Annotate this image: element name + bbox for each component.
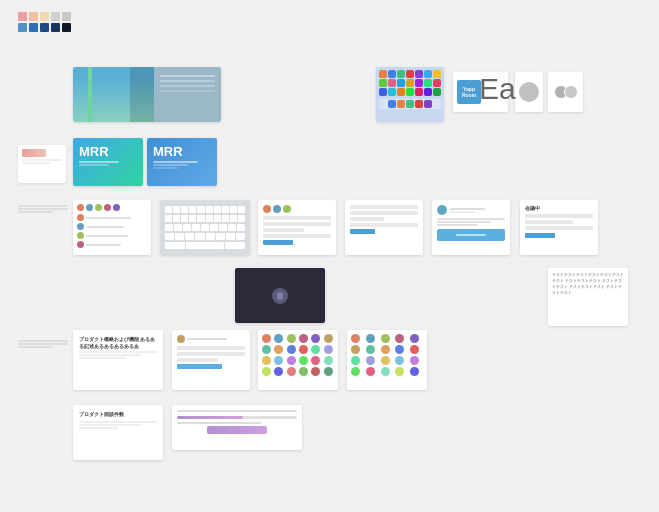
app-icon <box>397 88 405 96</box>
av <box>410 367 419 376</box>
person-info <box>450 208 505 213</box>
key-row-1 <box>165 206 244 213</box>
key <box>197 215 204 222</box>
dock-icon <box>397 100 405 108</box>
key-enter <box>225 242 245 249</box>
app-icon <box>379 88 387 96</box>
canvas: Yapp Room Ea MRR MRR <box>0 0 659 512</box>
app-icon <box>433 70 441 78</box>
key <box>195 233 204 240</box>
av-grid <box>287 356 296 365</box>
app-icon <box>433 88 441 96</box>
av-row <box>77 214 84 221</box>
key <box>238 206 245 213</box>
swatch-blue1 <box>18 23 27 32</box>
key <box>210 224 218 231</box>
field <box>350 217 384 221</box>
avatar-group <box>554 85 578 99</box>
field <box>525 220 573 224</box>
swatch-peach <box>29 12 38 21</box>
field <box>350 211 418 215</box>
accent-bar <box>88 67 92 122</box>
av <box>381 334 390 343</box>
av <box>351 345 360 354</box>
swatch-gray2 <box>62 12 71 21</box>
field <box>350 205 418 209</box>
key <box>189 215 196 222</box>
av-grid <box>274 334 283 343</box>
blog-card-1: プロダクト概略および機能 あるある記述あるあるあるあるあ <box>73 330 163 390</box>
key <box>201 224 209 231</box>
submit-btn[interactable] <box>263 240 293 245</box>
btn[interactable] <box>350 229 375 234</box>
av-grid <box>287 345 296 354</box>
dock-icon <box>388 100 396 108</box>
mrr-meta-2 <box>153 161 211 169</box>
line1 <box>160 75 215 77</box>
app-icon <box>397 79 405 87</box>
av <box>395 334 404 343</box>
av-grid <box>299 334 308 343</box>
join-btn[interactable] <box>525 233 555 238</box>
mrr-card-1: MRR <box>73 138 143 186</box>
av-grid <box>262 367 271 376</box>
field <box>177 352 245 356</box>
key <box>238 215 245 222</box>
key <box>189 206 196 213</box>
avatar-list-card <box>347 330 427 390</box>
av-grid <box>262 345 271 354</box>
key <box>185 233 194 240</box>
key <box>219 224 227 231</box>
bl <box>79 354 141 356</box>
field <box>263 234 331 238</box>
progress-card <box>172 405 302 450</box>
person-row-top <box>263 205 331 213</box>
av-row <box>77 241 84 248</box>
cl <box>437 224 478 226</box>
field <box>263 216 331 220</box>
key-ctrl <box>165 242 185 249</box>
bl <box>79 427 118 429</box>
mrr-content-1: MRR <box>73 138 143 172</box>
line <box>86 217 131 219</box>
av-grid <box>299 345 308 354</box>
swatch-gray1 <box>51 12 60 21</box>
sl <box>18 343 68 345</box>
key <box>181 215 188 222</box>
cta-button[interactable] <box>207 426 267 434</box>
thumb-right <box>154 67 221 122</box>
pink-line <box>22 159 62 161</box>
pink-line2 <box>22 162 50 164</box>
app-icon <box>379 79 387 87</box>
av2 <box>564 85 578 99</box>
app-icon <box>388 79 396 87</box>
dock-icon <box>406 100 414 108</box>
meeting-title: 会議中 <box>525 205 593 211</box>
mrr-line <box>79 161 119 163</box>
app-icon <box>424 88 432 96</box>
key <box>216 233 225 240</box>
app-icon <box>415 79 423 87</box>
line <box>86 244 121 246</box>
app-icon <box>433 79 441 87</box>
keyboard-card <box>160 200 250 255</box>
key <box>222 206 229 213</box>
key <box>206 206 213 213</box>
cl <box>437 218 505 220</box>
action-btn[interactable] <box>437 229 505 241</box>
form-btn[interactable] <box>177 364 222 369</box>
av-grid <box>324 367 333 376</box>
side-label-text <box>18 205 68 213</box>
name-l <box>187 338 227 340</box>
list-row <box>77 232 147 239</box>
av-grid <box>311 334 320 343</box>
key <box>206 215 213 222</box>
av <box>381 356 390 365</box>
field <box>263 228 304 232</box>
thumb-sidebar <box>130 67 154 122</box>
app-icons-grid <box>379 70 441 96</box>
av <box>366 334 375 343</box>
swatch-yellow <box>40 12 49 21</box>
av <box>113 204 120 211</box>
field <box>177 358 218 362</box>
